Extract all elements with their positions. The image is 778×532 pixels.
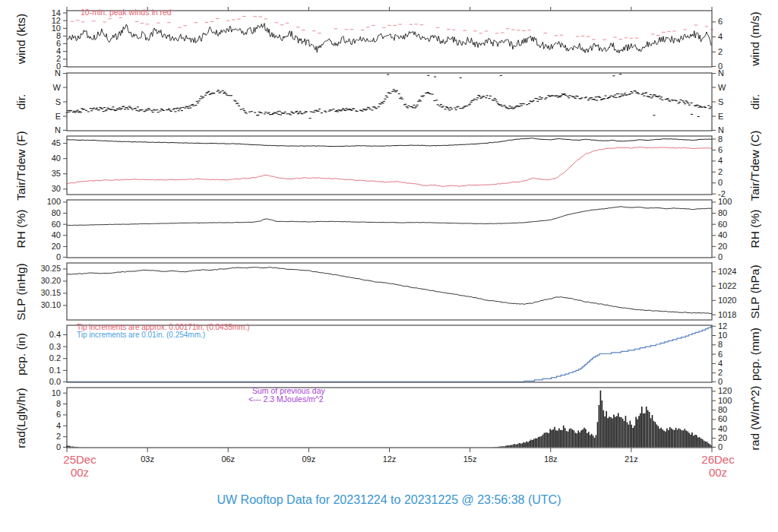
svg-text:N: N	[55, 125, 61, 135]
rh-left-axis: 020406080100	[47, 197, 67, 261]
axis-label-pcp-right: pcp. (mm)	[748, 328, 762, 381]
rad-left-axis: 0246810	[52, 388, 67, 451]
axis-label-temp-left: Tair/Tdew (F)	[14, 131, 28, 200]
svg-text:60: 60	[52, 220, 61, 229]
svg-text:E: E	[718, 112, 723, 121]
svg-text:0: 0	[718, 377, 723, 386]
svg-text:6: 6	[718, 145, 723, 154]
panel-dir: NESWNNESWN	[53, 68, 726, 135]
svg-text:09z: 09z	[302, 454, 316, 464]
svg-text:S: S	[55, 97, 61, 106]
wind-left-axis: 02468101214	[52, 8, 67, 71]
axis-label-wind-right: wind (m/s)	[748, 11, 762, 65]
svg-text:30: 30	[52, 184, 61, 193]
axis-label-wind-left: wind (kts)	[14, 14, 28, 64]
axis-label-slp-left: SLP (inHg)	[14, 263, 28, 321]
svg-text:4: 4	[718, 359, 723, 368]
pcp-annotation-1: Tip increments are 0.01in. (0.254mm.)	[77, 331, 205, 339]
svg-text:2: 2	[718, 167, 723, 176]
panel-rad: 0246810020406080100120	[52, 386, 732, 452]
svg-text:2: 2	[718, 47, 723, 56]
svg-text:0: 0	[56, 442, 61, 451]
dir-right-axis: NESWN	[712, 68, 726, 135]
svg-text:30.25: 30.25	[41, 264, 61, 273]
svg-text:03z: 03z	[141, 454, 154, 464]
svg-text:80: 80	[718, 208, 727, 217]
svg-text:21z: 21z	[625, 454, 638, 464]
wind-right-axis: 0246	[712, 17, 723, 71]
svg-text:20: 20	[52, 242, 61, 251]
x-axis-labels: 03z06z09z12z15z18z21z	[141, 454, 638, 464]
svg-text:0.1: 0.1	[49, 366, 61, 375]
svg-text:8: 8	[718, 340, 723, 349]
axis-label-dir-right: dir.	[748, 94, 762, 110]
svg-text:60: 60	[718, 220, 727, 229]
svg-text:20: 20	[718, 433, 727, 442]
relative-humidity	[67, 207, 712, 226]
axis-label-rh-right: RH (%)	[748, 210, 762, 249]
axis-label-slp-right: SLP (hPa)	[748, 264, 762, 318]
x-axis-start-date: 25Dec 00z	[46, 453, 114, 479]
svg-text:15z: 15z	[463, 454, 477, 464]
svg-text:35: 35	[52, 169, 61, 178]
svg-text:40: 40	[718, 424, 727, 433]
svg-text:4: 4	[718, 32, 723, 41]
svg-text:45: 45	[52, 138, 61, 147]
svg-text:100: 100	[718, 396, 732, 405]
svg-text:80: 80	[718, 405, 727, 414]
svg-text:1024: 1024	[718, 267, 736, 276]
svg-text:4: 4	[718, 156, 723, 165]
svg-text:100: 100	[47, 197, 61, 206]
svg-text:120: 120	[718, 386, 732, 395]
svg-text:1018: 1018	[718, 310, 736, 319]
panel-rh: 020406080100020406080100	[47, 197, 732, 261]
svg-text:6: 6	[718, 350, 723, 359]
solar-radiation	[67, 391, 711, 448]
meteogram-chart: 024681012140246NESWNNESWN30354045-202468…	[0, 0, 778, 532]
svg-text:E: E	[55, 112, 61, 121]
svg-text:20: 20	[718, 242, 727, 251]
svg-text:N: N	[55, 68, 61, 78]
meteogram-page: 024681012140246NESWNNESWN30354045-202468…	[0, 0, 778, 532]
svg-text:06z: 06z	[221, 454, 235, 464]
start-time-line: 00z	[46, 466, 114, 479]
chart-title: UW Rooftop Data for 20231224 to 20231225…	[0, 493, 778, 507]
pcp-right-axis: 024681012	[712, 321, 727, 386]
svg-text:8: 8	[718, 135, 723, 144]
svg-text:W: W	[53, 83, 62, 92]
wind-speed	[67, 24, 711, 53]
slp-left-axis: 30.1030.1530.2030.25	[41, 264, 67, 309]
svg-text:6: 6	[718, 17, 723, 26]
svg-text:0.0: 0.0	[49, 377, 61, 386]
svg-text:8: 8	[56, 399, 61, 408]
wind-direction	[66, 90, 713, 116]
wind-annotation-0: 10-min. peak winds in red	[81, 8, 172, 17]
svg-text:1022: 1022	[718, 281, 736, 290]
panel-temp: 30354045-202468	[52, 135, 726, 198]
axis-label-rad-right: rad (W/m^2)	[748, 385, 762, 450]
slp-right-axis: 1018102010221024	[712, 267, 736, 319]
end-time-line: 00z	[684, 466, 752, 479]
pcp-left-axis: 0.00.10.20.30.4	[49, 330, 67, 386]
sea-level-pressure	[67, 268, 712, 314]
svg-text:40: 40	[718, 230, 727, 239]
svg-text:10: 10	[718, 331, 727, 340]
svg-text:10: 10	[52, 388, 61, 397]
air-temperature	[67, 138, 712, 147]
svg-text:1020: 1020	[718, 296, 736, 305]
svg-text:30.10: 30.10	[41, 300, 61, 309]
svg-text:N: N	[718, 68, 724, 78]
temp-left-axis: 30354045	[52, 138, 67, 193]
rad-right-axis: 020406080100120	[712, 386, 732, 451]
svg-text:30.20: 30.20	[41, 276, 61, 285]
svg-text:6: 6	[56, 410, 61, 419]
dew-point	[67, 147, 712, 186]
svg-text:0.4: 0.4	[49, 330, 61, 339]
svg-text:2: 2	[56, 432, 61, 441]
direction-outliers	[309, 74, 700, 119]
axis-label-pcp-left: pcp. (in)	[14, 333, 28, 375]
svg-text:40: 40	[52, 154, 61, 163]
svg-text:0: 0	[56, 252, 61, 261]
start-date-line: 25Dec	[46, 453, 114, 466]
svg-text:60: 60	[718, 414, 727, 423]
